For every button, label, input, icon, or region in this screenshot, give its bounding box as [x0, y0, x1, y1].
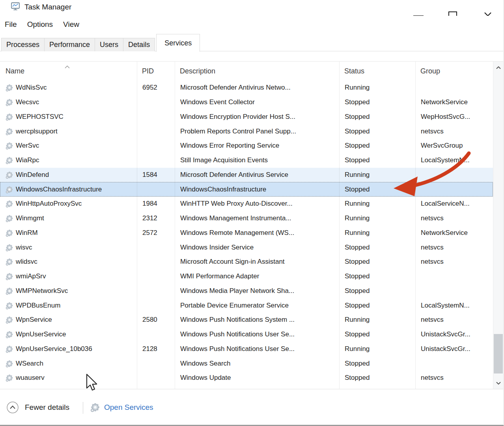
- service-description: Windows Media Player Network Sha...: [175, 287, 340, 295]
- service-row[interactable]: WindowsChaosInfrastructureWindowsChaosIn…: [0, 182, 493, 197]
- service-row[interactable]: wercplsupportProblem Reports Control Pan…: [0, 124, 493, 139]
- fewer-details-label: Fewer details: [25, 403, 69, 412]
- service-pid: 2580: [137, 316, 175, 324]
- tab-services[interactable]: Services: [156, 34, 200, 52]
- service-description: Windows Insider Service: [175, 244, 340, 251]
- open-services-link[interactable]: Open Services: [90, 402, 153, 412]
- service-row[interactable]: WMPNetworkSvcWindows Media Player Networ…: [0, 284, 493, 298]
- service-group: LocalSystemN...: [416, 302, 493, 310]
- service-row[interactable]: WinHttpAutoProxySvc1984WinHTTP Web Proxy…: [0, 197, 493, 211]
- column-header-description[interactable]: Description: [175, 67, 339, 75]
- service-name: wercplsupport: [0, 128, 137, 135]
- scrollbar-thumb[interactable]: [494, 334, 503, 373]
- service-group: WerSvcGroup: [416, 142, 493, 150]
- service-status: Running: [340, 214, 416, 222]
- service-status: Stopped: [340, 330, 416, 338]
- service-status: Running: [340, 345, 416, 353]
- service-group: NetworkService: [416, 98, 493, 106]
- service-row[interactable]: WPDBusEnumPortable Device Enumerator Ser…: [0, 298, 493, 313]
- service-gear-icon: [6, 360, 13, 368]
- service-row[interactable]: wmiApSrvWMI Performance AdapterStopped: [0, 269, 493, 284]
- service-row[interactable]: wuauservWindows UpdateStoppednetsvcs: [0, 371, 493, 385]
- service-group: netsvcs: [416, 374, 493, 382]
- service-description: Windows Encryption Provider Host S...: [175, 113, 340, 121]
- tab-users[interactable]: Users: [95, 38, 123, 51]
- tab-performance[interactable]: Performance: [45, 38, 95, 51]
- column-header-status[interactable]: Status: [339, 67, 415, 75]
- tab-details[interactable]: Details: [123, 38, 155, 51]
- service-pid: 6952: [137, 84, 175, 92]
- service-name: WpnUserService_10b036: [0, 345, 137, 353]
- service-gear-icon: [6, 345, 13, 353]
- service-row[interactable]: Winmgmt2312Windows Management Instrument…: [0, 211, 493, 226]
- service-status: Stopped: [340, 302, 416, 310]
- service-description: WMI Performance Adapter: [175, 272, 340, 280]
- service-name: WSearch: [0, 360, 137, 368]
- circle-chevron-up-icon: [6, 401, 19, 414]
- service-row[interactable]: WerSvcWindows Error Reporting ServiceSto…: [0, 139, 493, 153]
- service-pid: 2312: [137, 214, 175, 222]
- vertical-scrollbar[interactable]: [493, 62, 503, 389]
- service-gear-icon: [6, 113, 13, 121]
- service-status: Stopped: [340, 128, 416, 135]
- service-description: Microsoft Defender Antivirus Netwo...: [175, 84, 340, 92]
- service-description: Microsoft Defender Antivirus Service: [175, 171, 340, 179]
- service-gear-icon: [6, 128, 13, 135]
- service-name: WindowsChaosInfrastructure: [0, 186, 137, 193]
- menu-bar: File Options View: [0, 16, 503, 33]
- service-group: LocalServiceN...: [416, 200, 493, 208]
- window-title: Task Manager: [24, 3, 71, 11]
- services-table-header: Name PID Description Status Group: [0, 62, 493, 81]
- service-status: Stopped: [340, 272, 416, 280]
- tab-processes[interactable]: Processes: [1, 38, 45, 51]
- menu-file[interactable]: File: [5, 20, 17, 29]
- service-status: Running: [340, 84, 416, 92]
- service-row[interactable]: WSearchWindows SearchStopped: [0, 356, 493, 371]
- service-description: Windows Event Collector: [175, 98, 340, 106]
- service-description: Windows Push Notifications System ...: [175, 316, 340, 324]
- service-status: Running: [340, 229, 416, 237]
- column-header-pid[interactable]: PID: [137, 67, 175, 75]
- service-pid: 1984: [137, 200, 175, 208]
- service-status: Stopped: [340, 98, 416, 106]
- tab-strip: Processes Performance Users Details Serv…: [0, 33, 503, 51]
- service-pid: 2572: [137, 229, 175, 237]
- service-gear-icon: [6, 287, 13, 295]
- service-gear-icon: [6, 171, 13, 179]
- service-row[interactable]: WinRM2572Windows Remote Management (WS..…: [0, 226, 493, 240]
- service-description: WinHTTP Web Proxy Auto-Discover...: [175, 200, 340, 208]
- service-status: Running: [340, 200, 416, 208]
- service-group: netsvcs: [416, 316, 493, 324]
- footer-bar: Fewer details Open Services: [0, 389, 503, 425]
- service-group: LocalSystemN...: [416, 156, 493, 164]
- menu-view[interactable]: View: [63, 20, 79, 29]
- scroll-down-button[interactable]: [493, 377, 503, 389]
- service-row[interactable]: WpnUserService_10b0362128Windows Push No…: [0, 342, 493, 357]
- service-row[interactable]: WpnService2580Windows Push Notifications…: [0, 313, 493, 327]
- service-gear-icon: [6, 302, 13, 310]
- service-gear-icon: [6, 272, 13, 280]
- service-row[interactable]: WpnUserServiceWindows Push Notifications…: [0, 327, 493, 342]
- service-description: Windows Remote Management (WS...: [175, 229, 340, 237]
- service-name: WinRM: [0, 229, 137, 237]
- service-status: Stopped: [340, 287, 416, 295]
- service-gear-icon: [6, 98, 13, 106]
- service-row[interactable]: WecsvcWindows Event CollectorStoppedNetw…: [0, 95, 493, 110]
- menu-options[interactable]: Options: [27, 20, 53, 29]
- service-gear-icon: [6, 214, 13, 222]
- service-row[interactable]: WinDefend1584Microsoft Defender Antiviru…: [0, 168, 493, 182]
- scroll-up-button[interactable]: [493, 62, 503, 73]
- service-group: netsvcs: [416, 258, 493, 266]
- service-status: Stopped: [340, 142, 416, 150]
- sort-ascending-icon: [64, 62, 70, 71]
- service-row[interactable]: wlidsvcMicrosoft Account Sign-in Assista…: [0, 255, 493, 269]
- service-row[interactable]: WEPHOSTSVCWindows Encryption Provider Ho…: [0, 110, 493, 124]
- service-gear-icon: [6, 374, 13, 382]
- service-gear-icon: [6, 258, 13, 266]
- service-row[interactable]: wisvcWindows Insider ServiceStoppednetsv…: [0, 240, 493, 255]
- fewer-details-button[interactable]: Fewer details: [6, 401, 69, 414]
- service-row[interactable]: WdNisSvc6952Microsoft Defender Antivirus…: [0, 81, 493, 95]
- service-row[interactable]: WiaRpcStill Image Acquisition EventsStop…: [0, 153, 493, 168]
- column-header-group[interactable]: Group: [415, 67, 493, 75]
- service-description: Windows Update: [175, 374, 340, 382]
